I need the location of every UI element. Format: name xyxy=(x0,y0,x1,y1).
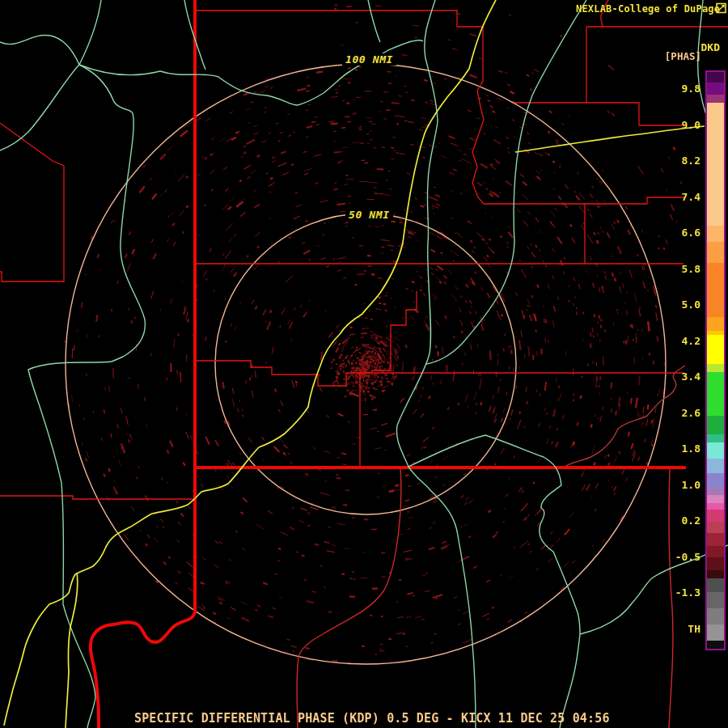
scale-segment-6 xyxy=(707,263,724,317)
range-ring-50nmi xyxy=(215,214,516,514)
units-label: [PHAS] xyxy=(665,50,701,62)
scale-segment-16 xyxy=(707,473,724,489)
range-rings xyxy=(66,64,666,664)
scale-segment-3 xyxy=(707,103,724,226)
scale-segment-27 xyxy=(707,592,724,608)
scale-segment-19 xyxy=(707,503,724,510)
map-overlay xyxy=(0,0,728,728)
scale-segment-23 xyxy=(707,546,724,557)
scale-segment-25 xyxy=(707,570,724,578)
scale-segment-9 xyxy=(707,335,724,364)
scale-tick--0.5: -0.5 xyxy=(675,551,700,563)
state-border-lines xyxy=(91,0,686,728)
scale-tick-5.8: 5.8 xyxy=(682,263,700,275)
highway-lines-yellow xyxy=(4,0,705,728)
scale-segment-18 xyxy=(707,495,724,503)
scale-segment-28 xyxy=(707,608,724,624)
river-boundary-lines-red xyxy=(563,366,685,468)
scale-segment-15 xyxy=(707,459,724,473)
scale-segment-1 xyxy=(707,83,724,95)
scale-tick--1.3: -1.3 xyxy=(675,586,700,599)
scale-segment-11 xyxy=(707,372,724,416)
scale-tick-TH: TH xyxy=(688,623,700,635)
radar-display: NEXLAB-College of DuPage DKD [PHAS] 100 … xyxy=(0,0,728,728)
reflectivity-color-scale xyxy=(705,70,726,650)
scale-segment-26 xyxy=(707,578,724,592)
scale-tick-3.4: 3.4 xyxy=(682,370,700,383)
scale-segment-30 xyxy=(707,641,724,649)
scale-segment-10 xyxy=(707,364,724,372)
brand-text: NEXLAB-College of DuPage xyxy=(576,3,720,15)
scale-segment-29 xyxy=(707,624,724,641)
scale-segment-7 xyxy=(707,317,724,331)
scale-tick-5.0: 5.0 xyxy=(682,298,700,311)
river-lines-green xyxy=(0,0,728,728)
scale-tick-2.6: 2.6 xyxy=(682,407,700,419)
scale-tick-9.0: 9.0 xyxy=(682,119,700,131)
outer-ring-label: 100 NMI xyxy=(342,53,396,66)
scale-tick-9.8: 9.8 xyxy=(682,83,700,95)
product-code-label: DKD xyxy=(701,41,720,53)
scale-segment-2 xyxy=(707,95,724,103)
scale-segment-17 xyxy=(707,489,724,495)
cod-flag-icon xyxy=(716,2,726,14)
scale-tick-7.4: 7.4 xyxy=(682,191,700,203)
scale-tick-0.2: 0.2 xyxy=(682,514,700,527)
range-ring-100nmi xyxy=(66,64,666,664)
scale-segment-24 xyxy=(707,557,724,570)
scale-segment-14 xyxy=(707,442,724,459)
scale-tick-1.8: 1.8 xyxy=(682,442,700,455)
scale-segment-4 xyxy=(707,226,724,242)
scale-segment-12 xyxy=(707,416,724,434)
scale-segment-5 xyxy=(707,242,724,263)
scale-tick-1.0: 1.0 xyxy=(682,479,700,491)
product-title: SPECIFIC DIFFERENTIAL PHASE (KDP) 0.5 DE… xyxy=(134,711,610,726)
county-lines-south xyxy=(297,468,673,728)
inner-ring-label: 50 NMI xyxy=(345,209,393,221)
scale-segment-0 xyxy=(707,72,724,83)
scale-segment-21 xyxy=(707,522,724,533)
scale-segment-22 xyxy=(707,533,724,546)
scale-tick-6.6: 6.6 xyxy=(682,226,700,239)
scale-tick-4.2: 4.2 xyxy=(682,335,700,347)
scale-tick-8.2: 8.2 xyxy=(682,154,700,167)
scale-segment-20 xyxy=(707,510,724,522)
scale-segment-13 xyxy=(707,434,724,442)
county-boundary-lines xyxy=(0,0,728,499)
